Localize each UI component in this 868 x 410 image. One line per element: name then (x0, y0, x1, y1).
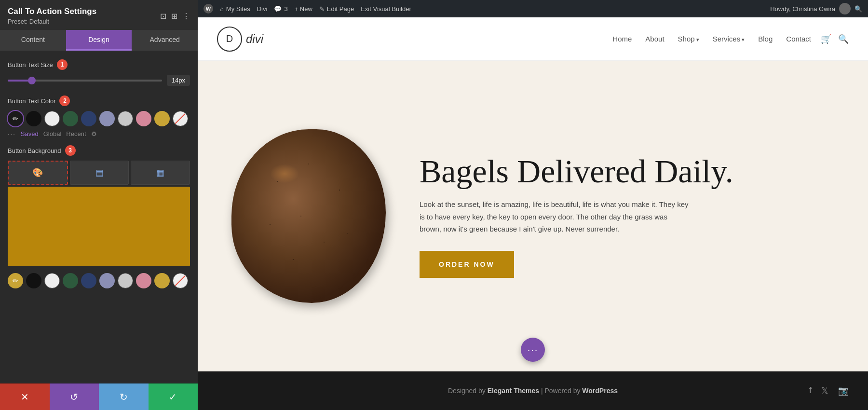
my-sites-item[interactable]: ⌂ My Sites (220, 5, 250, 13)
new-item[interactable]: + New (295, 5, 312, 13)
site-logo[interactable]: D divi (217, 27, 263, 52)
nav-services[interactable]: Services (713, 35, 745, 43)
facebook-icon[interactable]: f (809, 385, 812, 396)
panel-title: Call To Action Settings (8, 7, 96, 16)
panel-header: Call To Action Settings Preset: Default … (0, 0, 198, 30)
edit-page-item[interactable]: ✎ Edit Page (319, 5, 354, 13)
panel-header-info: Call To Action Settings Preset: Default (8, 7, 96, 25)
wp-admin-bar: W ⌂ My Sites Divi 💬 3 + New ✎ Edit Page … (198, 0, 868, 17)
search-icon[interactable]: 🔍 (854, 5, 862, 13)
bottom-lavender-swatch[interactable] (99, 273, 115, 288)
button-text-color-section: Button Text Color 2 (8, 96, 190, 106)
text-color-swatches: ✏ (8, 111, 190, 126)
settings-gear-icon[interactable]: ⚙ (91, 130, 97, 137)
comments-item[interactable]: 💬 3 (274, 5, 287, 13)
cta-button[interactable]: ORDER NOW (420, 251, 514, 278)
search-icon[interactable]: 🔍 (838, 34, 849, 44)
hero-title: Bagels Delivered Daily. (420, 154, 839, 189)
settings-panel: Call To Action Settings Preset: Default … (0, 0, 198, 410)
panel-header-icons: ⊡ ⊞ ⋮ (160, 12, 190, 21)
site-nav: Home About Shop Services Blog Contact (612, 35, 811, 43)
pink-swatch[interactable] (136, 111, 151, 126)
bottom-pink-swatch[interactable] (136, 273, 151, 288)
confirm-button[interactable]: ✓ (149, 383, 198, 410)
undo-button[interactable]: ↺ (50, 383, 99, 410)
exit-builder-item[interactable]: Exit Visual Builder (361, 5, 411, 13)
panel-preset[interactable]: Preset: Default (8, 18, 96, 25)
twitter-icon[interactable]: 𝕏 (821, 385, 828, 396)
edit-page-label: Edit Page (327, 5, 354, 13)
button-background-label: Button Background (8, 147, 61, 154)
tab-design[interactable]: Design (66, 30, 132, 51)
gradient-icon: ▤ (95, 167, 104, 178)
nav-shop[interactable]: Shop (678, 35, 699, 43)
designed-by-label: Designed by (448, 387, 486, 395)
site-header: D divi Home About Shop Services Blog Con… (198, 17, 868, 61)
color-preview-box[interactable] (8, 187, 190, 266)
cart-icon[interactable]: 🛒 (821, 34, 831, 44)
navy-swatch[interactable] (81, 111, 96, 126)
cancel-button[interactable]: ✕ (0, 383, 50, 410)
exit-builder-label: Exit Visual Builder (361, 5, 411, 13)
user-avatar[interactable] (839, 3, 851, 14)
nav-blog[interactable]: Blog (758, 35, 773, 43)
powered-by-label: | Powered by (541, 387, 580, 395)
bg-gradient-type[interactable]: ▤ (70, 161, 129, 185)
slider-fill (8, 80, 31, 82)
grid-icon[interactable]: ⊞ (171, 12, 177, 21)
white-swatch[interactable] (44, 111, 60, 126)
button-background-badge: 3 (65, 145, 76, 156)
options-dots[interactable]: ··· (8, 130, 16, 137)
bg-image-type[interactable]: ▦ (131, 161, 190, 185)
black-swatch[interactable] (26, 111, 41, 126)
gold-swatch[interactable] (154, 111, 170, 126)
site-name-item[interactable]: Divi (257, 5, 268, 13)
lightgray-swatch[interactable] (118, 111, 133, 126)
button-background-section: Button Background 3 (8, 145, 190, 156)
nav-icons: 🛒 🔍 (821, 34, 849, 44)
tab-advanced[interactable]: Advanced (132, 30, 198, 51)
wordpress-label[interactable]: WordPress (582, 387, 618, 395)
redo-button[interactable]: ↻ (99, 383, 149, 410)
slider-value[interactable]: 14px (167, 75, 190, 86)
panel-footer: ✕ ↺ ↻ ✓ (0, 383, 198, 410)
wp-logo-item[interactable]: W (203, 4, 213, 14)
logo-text: divi (246, 32, 263, 46)
nav-home[interactable]: Home (612, 35, 632, 43)
tab-content[interactable]: Content (0, 30, 66, 51)
bottom-black-swatch[interactable] (26, 273, 41, 288)
footer-text: Designed by Elegant Themes | Powered by … (448, 387, 618, 395)
bottom-swatches: ✏ (8, 273, 190, 288)
bottom-eyedropper-swatch[interactable]: ✏ (8, 273, 23, 288)
nav-contact[interactable]: Contact (786, 35, 811, 43)
lavender-swatch[interactable] (99, 111, 115, 126)
button-text-size-badge: 1 (57, 59, 68, 70)
saved-link[interactable]: Saved (21, 130, 39, 137)
bottom-white-swatch[interactable] (44, 273, 60, 288)
floating-dots-button[interactable]: ··· (521, 338, 545, 362)
button-text-size-slider-row: 14px (8, 75, 190, 86)
darkgreen-swatch[interactable] (63, 111, 78, 126)
more-icon[interactable]: ⋮ (182, 12, 190, 21)
bottom-darkgreen-swatch[interactable] (63, 273, 78, 288)
none-swatch[interactable] (173, 111, 188, 126)
bottom-lightgray-swatch[interactable] (118, 273, 133, 288)
nav-about[interactable]: About (645, 35, 664, 43)
eyedropper-swatch[interactable]: ✏ (8, 111, 23, 126)
hero-content: Bagels Delivered Daily. Look at the suns… (420, 154, 839, 278)
slider-thumb[interactable] (28, 77, 36, 84)
minimize-icon[interactable]: ⊡ (160, 12, 166, 21)
logo-letter: D (226, 33, 233, 44)
global-label[interactable]: Global (43, 130, 62, 137)
wp-icon: W (203, 4, 213, 14)
elegant-themes-label[interactable]: Elegant Themes (488, 387, 539, 395)
recent-label[interactable]: Recent (66, 130, 86, 137)
slider-track[interactable] (8, 80, 162, 82)
bottom-gold-swatch[interactable] (154, 273, 170, 288)
bottom-none-swatch[interactable] (173, 273, 188, 288)
bottom-navy-swatch[interactable] (81, 273, 96, 288)
button-text-color-label: Button Text Color (8, 97, 55, 105)
bagel-seeds (231, 129, 386, 303)
bg-color-type[interactable]: 🎨 (8, 161, 68, 185)
instagram-icon[interactable]: 📷 (838, 385, 849, 396)
